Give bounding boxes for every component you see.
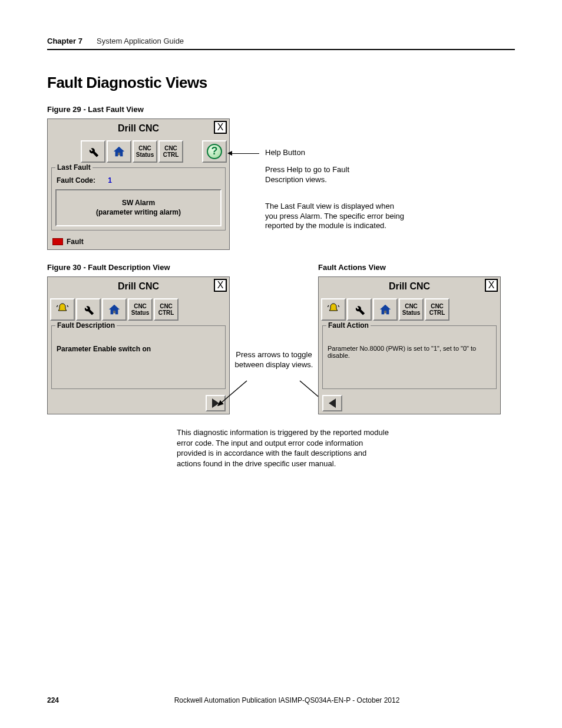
help-arrow-head: [227, 151, 232, 156]
close-button[interactable]: X: [214, 279, 227, 292]
help-arrow-line: [231, 153, 259, 154]
dialog-title: Drill CNC: [118, 281, 159, 292]
svg-rect-1: [113, 311, 115, 314]
wrench-button[interactable]: [347, 298, 372, 321]
close-icon: X: [488, 280, 495, 291]
dialog-toolbar: CNC Status CNC CTRL: [319, 296, 500, 323]
cnc-status-button[interactable]: CNC Status: [128, 298, 153, 321]
cnc-status-label: CNC Status: [402, 303, 421, 316]
wrench-icon: [353, 303, 366, 316]
fault-description-legend: Fault Description: [55, 321, 117, 330]
fault-code-label: Fault Code:: [57, 176, 95, 185]
fault-description-dialog: Drill CNC X: [47, 276, 230, 414]
dialog-title: Drill CNC: [389, 281, 430, 292]
publication-date: October 2012: [357, 696, 400, 704]
dialog-footer: Fault: [48, 234, 229, 249]
prev-view-button[interactable]: [322, 395, 342, 411]
figure-29-caption: Figure 29 - Last Fault View: [47, 105, 515, 114]
fault-action-group: Fault Action Parameter No.8000 (PWR) is …: [322, 325, 497, 389]
wrench-button[interactable]: [81, 140, 105, 163]
publication-text: Rockwell Automation Publication IASIMP-Q…: [174, 696, 357, 704]
fault-code-row: Fault Code: 1: [57, 176, 222, 185]
page-number: 224: [47, 696, 59, 704]
cnc-ctrl-button[interactable]: CNC CTRL: [158, 140, 183, 163]
dialog-titlebar: Drill CNC X: [319, 277, 500, 296]
fault-action-body: Parameter No.8000 (PWR) is set to "1", s…: [326, 332, 492, 385]
section-heading: Fault Diagnostic Views: [47, 74, 515, 92]
chapter-title: System Application Guide: [97, 37, 184, 45]
arrow-to-left-nav: [214, 380, 250, 409]
alarm-text-box: SW Alarm (parameter writing alarm): [55, 189, 222, 226]
home-button[interactable]: [107, 140, 131, 163]
cnc-ctrl-button[interactable]: CNC CTRL: [425, 298, 449, 321]
cnc-status-button[interactable]: CNC Status: [399, 298, 424, 321]
help-button-callout: Help Button: [265, 148, 406, 158]
help-button[interactable]: ?: [202, 140, 227, 163]
page-footer: 224 Rockwell Automation Publication IASI…: [47, 696, 515, 704]
publication-line: Rockwell Automation Publication IASIMP-Q…: [59, 696, 515, 704]
figure-30-caption-right: Fault Actions View: [318, 263, 501, 272]
svg-rect-0: [118, 153, 120, 156]
figure-30-caption-left: Figure 30 - Fault Description View: [47, 263, 230, 272]
home-button[interactable]: [373, 298, 398, 321]
dialog-title: Drill CNC: [118, 123, 159, 134]
svg-line-2: [218, 381, 247, 406]
arrow-left-icon: [329, 398, 336, 408]
svg-rect-4: [384, 311, 386, 314]
wrench-button[interactable]: [76, 298, 101, 321]
fault-action-legend: Fault Action: [326, 321, 371, 330]
cnc-status-label: CNC Status: [131, 303, 150, 316]
dialog-toolbar: CNC Status CNC CTRL: [48, 296, 229, 323]
last-fault-group: Last Fault Fault Code: 1 SW Alarm (param…: [51, 167, 226, 230]
toggle-arrows-annot: Press arrows to toggle between display v…: [230, 350, 318, 370]
alarm-line2: (parameter writing alarm): [59, 208, 218, 218]
bell-button[interactable]: [50, 298, 75, 321]
home-button[interactable]: [102, 298, 127, 321]
close-icon: X: [217, 280, 224, 291]
fault-code-value: 1: [108, 176, 112, 185]
help-button-desc: Press Help to go to Fault Description vi…: [265, 165, 365, 185]
wrench-icon: [87, 145, 100, 158]
cnc-status-button[interactable]: CNC Status: [133, 140, 157, 163]
cnc-status-label: CNC Status: [136, 145, 154, 158]
cnc-ctrl-label: CNC CTRL: [158, 303, 174, 316]
fault-footer-label: Fault: [67, 238, 84, 246]
bell-button[interactable]: [321, 298, 346, 321]
last-fault-legend: Last Fault: [55, 163, 92, 172]
fault-action-text: Parameter No.8000 (PWR) is set to "1", s…: [328, 345, 476, 359]
header-rule: [47, 49, 515, 50]
dialog-titlebar: Drill CNC X: [48, 277, 229, 296]
home-icon: [113, 145, 125, 158]
close-icon: X: [217, 122, 224, 133]
dialog-toolbar: CNC Status CNC CTRL ?: [48, 138, 229, 165]
home-icon: [108, 303, 121, 316]
close-button[interactable]: X: [485, 279, 498, 292]
cnc-ctrl-label: CNC CTRL: [429, 303, 445, 316]
help-icon: ?: [207, 144, 222, 159]
fault-description-body: Parameter Enable switch on: [55, 332, 222, 385]
nav-bar: [319, 393, 500, 414]
fault-description-group: Fault Description Parameter Enable switc…: [51, 325, 226, 389]
page-header: Chapter 7 System Application Guide: [47, 37, 515, 45]
fault-description-text: Parameter Enable switch on: [57, 345, 151, 353]
chapter-label: Chapter 7: [47, 37, 82, 45]
bell-icon: [326, 302, 340, 317]
home-icon: [379, 303, 392, 316]
close-button[interactable]: X: [214, 121, 227, 134]
alarm-line1: SW Alarm: [59, 199, 218, 208]
fault-actions-dialog: Drill CNC X: [318, 276, 501, 414]
fault-indicator-icon: [52, 238, 63, 245]
nav-bar: [48, 393, 229, 414]
last-fault-dialog: Drill CNC X CNC Status: [47, 118, 230, 250]
bottom-paragraph: This diagnostic information is triggered…: [177, 427, 389, 469]
dialog-titlebar: Drill CNC X: [48, 119, 229, 138]
cnc-ctrl-label: CNC CTRL: [163, 145, 179, 158]
bell-icon: [55, 302, 70, 317]
cnc-ctrl-button[interactable]: CNC CTRL: [154, 298, 178, 321]
last-fault-desc: The Last Fault view is displayed when yo…: [265, 202, 406, 232]
wrench-icon: [82, 303, 95, 316]
